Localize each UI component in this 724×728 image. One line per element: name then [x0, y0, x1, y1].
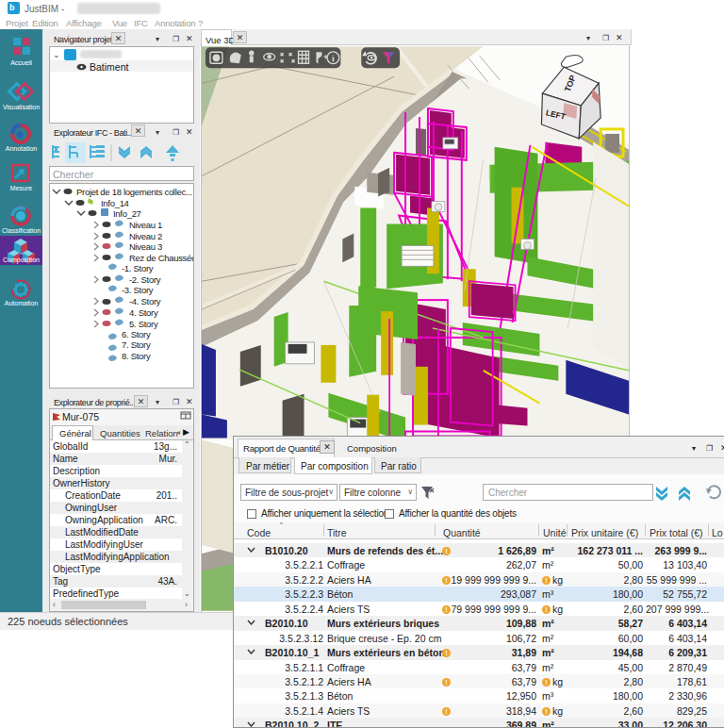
svg-text:-2. Story: -2. Story: [129, 274, 161, 285]
svg-text:6. Story: 6. Story: [122, 329, 151, 339]
svg-text:7. Story: 7. Story: [122, 339, 151, 350]
svg-text:Niveau 1: Niveau 1: [129, 220, 162, 230]
svg-text:8. Story: 8. Story: [122, 351, 151, 361]
svg-text:-1. Story: -1. Story: [122, 263, 154, 273]
svg-text:-3. Story: -3. Story: [122, 285, 154, 295]
svg-text:Info_14: Info_14: [101, 198, 129, 208]
svg-text:Niveau 2: Niveau 2: [129, 231, 162, 241]
svg-text:5. Story: 5. Story: [129, 319, 158, 329]
svg-text:-4. Story: -4. Story: [129, 296, 161, 306]
svg-text:Projet de 18 logements collec.: Projet de 18 logements collec...: [76, 187, 192, 197]
svg-text:Rez de Chaussée: Rez de Chaussée: [129, 253, 193, 263]
svg-text:Info_27: Info_27: [113, 208, 141, 219]
svg-text:Niveau 3: Niveau 3: [129, 241, 162, 252]
svg-text:4. Story: 4. Story: [129, 307, 158, 318]
